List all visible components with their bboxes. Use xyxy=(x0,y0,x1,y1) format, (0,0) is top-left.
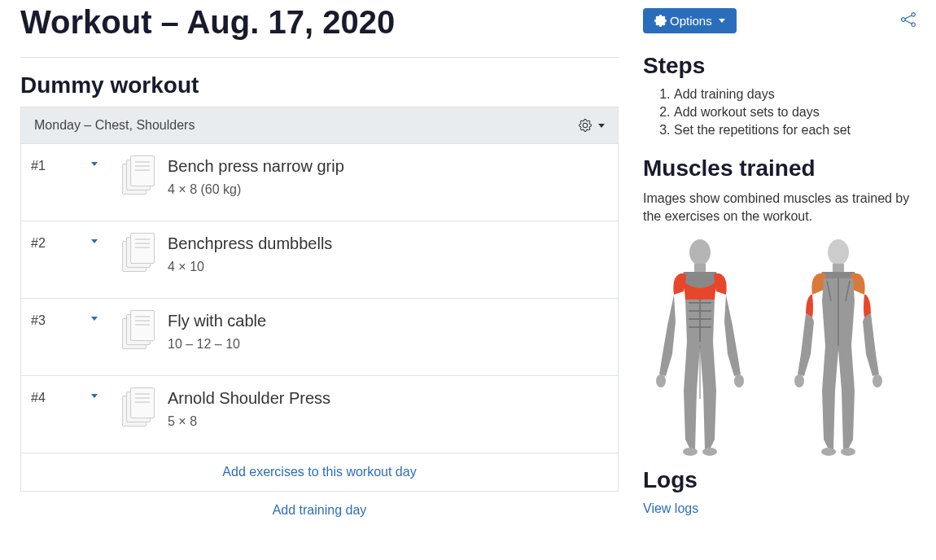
muscles-description: Images show combined muscles as trained … xyxy=(643,190,916,226)
add-exercises-link[interactable]: Add exercises to this workout day xyxy=(222,465,416,479)
day-options-menu[interactable] xyxy=(579,119,605,132)
exercise-name[interactable]: Benchpress dumbbells xyxy=(168,234,618,253)
muscles-heading: Muscles trained xyxy=(643,155,916,182)
exercise-menu-toggle[interactable] xyxy=(91,394,98,398)
share-icon xyxy=(901,12,916,27)
svg-point-10 xyxy=(821,448,836,456)
exercise-menu-toggle[interactable] xyxy=(91,317,98,321)
svg-point-0 xyxy=(689,239,711,265)
logs-heading: Logs xyxy=(643,467,916,493)
svg-point-3 xyxy=(734,374,744,387)
svg-point-4 xyxy=(683,448,698,456)
svg-point-2 xyxy=(656,374,666,387)
exercise-name[interactable]: Arnold Shoulder Press xyxy=(168,389,618,408)
options-button[interactable]: Options xyxy=(643,8,737,33)
exercise-menu-toggle[interactable] xyxy=(91,239,98,243)
document-stack-icon xyxy=(111,231,168,273)
svg-point-9 xyxy=(873,374,882,387)
exercise-row: #3 Fly with cable 10 – 12 – 10 xyxy=(20,299,619,376)
exercise-number: #4 xyxy=(21,386,78,405)
day-header: Monday – Chest, Shoulders xyxy=(20,107,619,144)
step-item: Add training days xyxy=(674,87,916,102)
svg-point-8 xyxy=(794,374,804,387)
document-stack-icon xyxy=(111,308,168,351)
exercise-number: #2 xyxy=(21,231,78,251)
add-training-day-link[interactable]: Add training day xyxy=(273,503,367,517)
chevron-down-icon xyxy=(719,19,725,23)
exercise-row: #2 Benchpress dumbbells 4 × 10 xyxy=(20,221,619,299)
svg-point-5 xyxy=(702,448,717,456)
svg-rect-1 xyxy=(694,264,706,272)
exercise-sets: 4 × 10 xyxy=(168,260,618,274)
steps-list: Add training daysAdd workout sets to day… xyxy=(674,87,916,138)
chevron-down-icon xyxy=(598,124,605,128)
svg-rect-7 xyxy=(833,264,844,272)
document-stack-icon xyxy=(111,154,168,196)
exercise-row: #4 Arnold Shoulder Press 5 × 8 xyxy=(20,376,619,453)
exercise-name[interactable]: Bench press narrow grip xyxy=(168,157,618,176)
gear-icon xyxy=(579,119,592,132)
add-exercises-row: Add exercises to this workout day xyxy=(20,453,619,492)
gear-icon xyxy=(654,15,667,27)
muscle-figure-front xyxy=(643,236,757,456)
exercise-sets: 10 – 12 – 10 xyxy=(168,337,618,352)
exercise-menu-toggle[interactable] xyxy=(91,162,98,166)
exercise-row: #1 Bench press narrow grip 4 × 8 (60 kg) xyxy=(20,144,619,221)
svg-point-6 xyxy=(828,239,849,265)
document-stack-icon xyxy=(111,386,168,428)
page-title: Workout – Aug. 17, 2020 xyxy=(20,4,619,58)
steps-heading: Steps xyxy=(643,53,916,79)
view-logs-link[interactable]: View logs xyxy=(643,501,698,515)
exercise-number: #1 xyxy=(21,154,78,173)
exercise-number: #3 xyxy=(21,308,78,328)
add-training-day-row: Add training day xyxy=(20,492,619,529)
exercise-sets: 4 × 8 (60 kg) xyxy=(168,182,618,197)
share-button[interactable] xyxy=(901,12,916,30)
svg-point-11 xyxy=(841,448,855,456)
muscle-figures xyxy=(643,236,916,456)
exercise-name[interactable]: Fly with cable xyxy=(168,312,618,330)
workout-name: Dummy workout xyxy=(20,72,619,98)
step-item: Set the repetitions for each set xyxy=(674,123,916,138)
options-button-label: Options xyxy=(670,14,712,28)
step-item: Add workout sets to days xyxy=(674,105,916,120)
muscle-figure-back xyxy=(781,236,895,456)
day-label: Monday – Chest, Shoulders xyxy=(34,118,195,133)
exercise-sets: 5 × 8 xyxy=(168,414,618,429)
